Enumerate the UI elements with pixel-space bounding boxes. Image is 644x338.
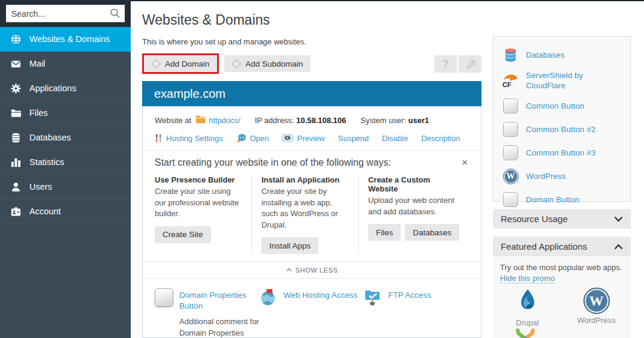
promo-column-install-application: Install an Application Create your site … bbox=[251, 175, 358, 254]
sidebar-item-label: Statistics bbox=[29, 157, 64, 167]
gear-icon bbox=[10, 83, 22, 94]
button-icon bbox=[502, 145, 519, 161]
databases-button[interactable]: Databases bbox=[405, 224, 459, 241]
resource-usage-label: Resource Usage bbox=[501, 214, 568, 224]
sidebar-item-databases[interactable]: Databases bbox=[0, 125, 131, 150]
sidebar-item-label: Account bbox=[29, 207, 61, 216]
promo-column-description: Create your site using our professional … bbox=[155, 186, 242, 220]
button-icon bbox=[502, 192, 519, 208]
tool-domain-button[interactable]: Domain Button bbox=[493, 188, 630, 211]
tool-databases[interactable]: Databases bbox=[493, 43, 630, 67]
sidebar-item-websites-domains[interactable]: Websites & Domains bbox=[0, 27, 131, 52]
featured-applications-header[interactable]: Featured Applications bbox=[493, 237, 631, 256]
domain-properties-link[interactable]: Domain Properties Button bbox=[179, 290, 260, 312]
folder-icon bbox=[10, 107, 22, 119]
tool-common-button-2[interactable]: Common Button #2 bbox=[493, 118, 630, 141]
user-icon bbox=[10, 181, 22, 193]
domain-actions-row: Hosting Settings Open Preview Suspend Di… bbox=[155, 133, 469, 143]
search-icon[interactable] bbox=[110, 8, 121, 21]
add-domain-button[interactable]: Add Domain bbox=[144, 55, 217, 72]
joomla-icon[interactable] bbox=[513, 326, 538, 338]
domain-shortcuts: Domain Properties Button Additional comm… bbox=[155, 288, 469, 338]
sidebar-item-label: Applications bbox=[29, 83, 76, 93]
tool-label: WordPress bbox=[526, 171, 566, 181]
app-drupal[interactable]: Drupal bbox=[493, 288, 562, 327]
drupal-icon bbox=[514, 288, 541, 316]
hosting-settings-link[interactable]: Hosting Settings bbox=[155, 134, 223, 143]
promo-column-custom-website: Create a Custom Website Upload your web … bbox=[358, 175, 469, 254]
preview-eye-icon bbox=[282, 134, 293, 142]
docroot-link[interactable]: httpdocs/ bbox=[209, 116, 240, 125]
button-icon bbox=[502, 121, 519, 137]
open-link[interactable]: Open bbox=[236, 133, 269, 143]
add-subdomain-button[interactable]: Add Subdomain bbox=[224, 55, 311, 72]
add-domain-label: Add Domain bbox=[165, 59, 209, 68]
tool-label: Databases bbox=[526, 50, 565, 60]
button-icon[interactable] bbox=[155, 288, 173, 307]
website-at-label: Website at bbox=[155, 116, 191, 125]
hide-promo-link[interactable]: Hide this promo bbox=[500, 274, 555, 283]
tool-wordpress[interactable]: W WordPress bbox=[493, 164, 630, 188]
sidebar: Websites & Domains Mail Applications Fil… bbox=[0, 0, 131, 338]
search-input[interactable] bbox=[6, 5, 125, 22]
chevron-up-icon[interactable] bbox=[614, 244, 623, 250]
tool-servershield[interactable]: CF ServerShield by CloudFlare bbox=[493, 67, 630, 94]
bar-chart-icon bbox=[10, 157, 22, 168]
show-less-label: SHOW LESS bbox=[296, 267, 338, 274]
create-site-button[interactable]: Create Site bbox=[155, 226, 211, 243]
sidebar-item-users[interactable]: Users bbox=[0, 175, 131, 199]
sidebar-item-applications[interactable]: Applications bbox=[0, 76, 131, 101]
sidebar-item-label: Mail bbox=[29, 59, 46, 68]
open-site-icon bbox=[236, 133, 246, 143]
promo-column-description: Upload your web content and add database… bbox=[368, 195, 459, 217]
sidebar-item-label: Files bbox=[29, 108, 48, 118]
sidebar-item-statistics[interactable]: Statistics bbox=[0, 150, 131, 175]
domain-name: example.com bbox=[154, 87, 225, 101]
preview-label: Preview bbox=[297, 134, 324, 143]
ftp-folder-icon[interactable] bbox=[364, 288, 382, 309]
chevron-down-icon[interactable] bbox=[614, 216, 623, 222]
featured-applications-label: Featured Applications bbox=[501, 241, 587, 252]
search-area bbox=[0, 0, 131, 27]
web-hosting-access-link[interactable]: Web Hosting Access bbox=[284, 290, 358, 301]
domain-tools-panel: Databases CF ServerShield by CloudFlare … bbox=[493, 36, 631, 202]
disable-link[interactable]: Disable bbox=[382, 134, 408, 143]
app-wordpress[interactable]: W WordPress bbox=[562, 288, 631, 327]
customize-button[interactable] bbox=[459, 55, 482, 73]
promo-column-heading: Install an Application bbox=[261, 175, 348, 184]
resource-usage-header[interactable]: Resource Usage bbox=[493, 209, 631, 229]
sidebar-item-label: Databases bbox=[29, 133, 71, 142]
close-icon[interactable]: × bbox=[461, 157, 469, 167]
preview-link[interactable]: Preview bbox=[282, 134, 324, 143]
wordpress-icon: W bbox=[583, 288, 610, 314]
sidebar-item-mail[interactable]: Mail bbox=[0, 52, 131, 76]
globe-flag-icon[interactable] bbox=[260, 288, 278, 309]
sidebar-item-account[interactable]: Account bbox=[0, 199, 131, 224]
help-button[interactable]: ? bbox=[434, 55, 457, 73]
shortcut-web-hosting-access: Web Hosting Access bbox=[260, 288, 365, 338]
show-less-toggle[interactable]: SHOW LESS bbox=[143, 261, 481, 279]
tool-label: Common Button #2 bbox=[526, 124, 595, 134]
ftp-access-link[interactable]: FTP Access bbox=[388, 290, 431, 301]
tool-common-button-3[interactable]: Common Button #3 bbox=[493, 141, 630, 164]
database-icon bbox=[502, 47, 519, 63]
getting-started-promo: Start creating your website in one of th… bbox=[143, 151, 481, 256]
question-mark-icon: ? bbox=[443, 58, 448, 70]
description-link[interactable]: Description bbox=[421, 134, 460, 143]
install-apps-button[interactable]: Install Apps bbox=[261, 237, 318, 254]
sidebar-item-label: Websites & Domains bbox=[29, 34, 110, 44]
files-button[interactable]: Files bbox=[368, 224, 401, 241]
chevron-up-icon bbox=[286, 268, 292, 272]
toolbar: Add Domain Add Subdomain bbox=[142, 53, 311, 74]
page-subtitle: This is where you set up and manage webs… bbox=[142, 37, 306, 46]
suspend-link[interactable]: Suspend bbox=[338, 134, 369, 143]
hosting-settings-label: Hosting Settings bbox=[166, 134, 223, 143]
tool-label: Common Button #3 bbox=[526, 148, 595, 158]
database-icon bbox=[10, 132, 22, 143]
red-annotation-box: Add Domain bbox=[142, 53, 219, 74]
sidebar-item-files[interactable]: Files bbox=[0, 101, 131, 125]
featured-applications-body: Try out the most popular web apps. Hide … bbox=[493, 256, 631, 338]
tool-common-button[interactable]: Common Button bbox=[493, 94, 630, 118]
promo-column-heading: Create a Custom Website bbox=[368, 175, 459, 193]
tool-label: Domain Button bbox=[526, 195, 579, 205]
